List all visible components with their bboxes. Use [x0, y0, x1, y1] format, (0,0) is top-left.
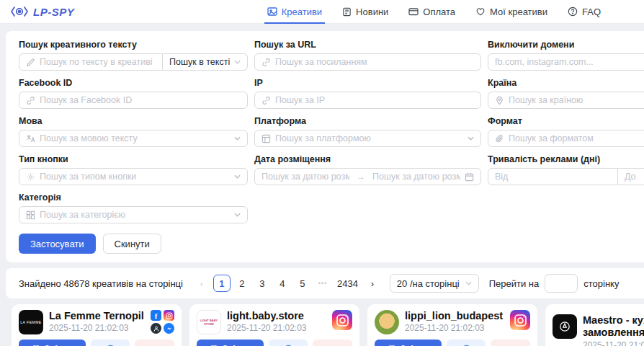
pagination-page-3[interactable]: 3 [254, 275, 271, 292]
pagination-prev[interactable]: ‹ [193, 275, 210, 292]
text-search-mode-select[interactable]: Пошук в тексті [163, 53, 248, 71]
format-input-box[interactable] [488, 130, 644, 147]
creative-text-input-box[interactable] [19, 53, 163, 71]
ip-input[interactable] [275, 95, 474, 105]
filter-language: Мова Пошук за мовою тексту [19, 116, 248, 147]
duration-to-box[interactable] [618, 168, 644, 185]
filter-country: Країна [488, 78, 644, 109]
exclude-domains-input-box[interactable] [488, 53, 644, 71]
heart-icon [475, 6, 486, 17]
creative-card[interactable]: lippi_lion_budapest 2025-11-20 21:02:03 … [367, 304, 537, 346]
platform-placeholder: Пошук за платформою [275, 133, 463, 143]
card-title: lippi_lion_budapest [405, 310, 504, 321]
days-active-button[interactable]: 0 days [375, 340, 442, 346]
apply-button[interactable]: Застосувати [19, 234, 96, 254]
page-size-select[interactable]: 20 /на сторінці [390, 274, 479, 293]
date-from-input[interactable] [261, 172, 349, 182]
card-date: 2025-11-20 21:02:03 [227, 323, 326, 333]
pagination-page-4[interactable]: 4 [274, 275, 291, 292]
calendar-icon [465, 172, 474, 182]
nav-creatives-label: Креативи [282, 6, 322, 17]
pagination-next[interactable]: › [364, 275, 381, 292]
jumper-input[interactable] [545, 274, 578, 293]
favorite-button[interactable] [491, 340, 530, 346]
filter-creative-text: Пошук креативного тексту Пошук в тексті [19, 40, 248, 71]
field-label: Пошук за URL [254, 40, 481, 50]
days-active-button[interactable]: 3 days [19, 340, 86, 346]
views-button[interactable] [447, 340, 486, 346]
ip-input-box[interactable] [254, 92, 481, 109]
platform-select[interactable]: Пошук за платформою [254, 130, 481, 147]
filters-panel: Пошук креативного тексту Пошук в тексті … [6, 31, 644, 262]
field-label: Мова [19, 116, 248, 126]
nav-payment[interactable]: Оплата [408, 0, 455, 24]
country-input-box[interactable] [488, 92, 644, 109]
pagination-page-last[interactable]: 2434 [334, 275, 361, 292]
logo[interactable]: LP-SPY [10, 6, 74, 18]
badge-icon [558, 320, 571, 333]
duration-from-input[interactable] [495, 172, 611, 182]
creatives-list: LA FEMME La Femme Ternopil 2025-11-20 21… [0, 304, 644, 346]
avatar: LIGHT BABY STORE [197, 310, 221, 334]
exclude-domains-input[interactable] [495, 57, 644, 67]
category-select[interactable]: Пошук за категорією [19, 206, 248, 223]
avatar: LA FEMME [19, 310, 43, 334]
creative-card[interactable]: LA FEMME La Femme Ternopil 2025-11-20 21… [12, 304, 182, 346]
pagination-page-5[interactable]: 5 [294, 275, 311, 292]
nav-faq[interactable]: FAQ [568, 0, 601, 24]
days-active-button[interactable]: 3 days [197, 340, 264, 346]
chevron-down-icon [468, 136, 474, 141]
language-select[interactable]: Пошук за мовою тексту [19, 130, 248, 147]
card-date: 2025-11-20 21:02:03 [405, 323, 504, 333]
duration-from-box[interactable] [488, 168, 618, 185]
favorite-button[interactable] [135, 340, 174, 346]
card-title: La Femme Ternopil [49, 310, 145, 321]
credit-card-icon [408, 6, 419, 17]
facebook-id-input[interactable] [40, 95, 241, 105]
chevron-down-icon [234, 213, 241, 217]
eye-logo-icon [10, 6, 29, 17]
card-date: 2025-11-20 21:02:03 [583, 340, 644, 346]
views-button[interactable] [269, 340, 308, 346]
button-type-select[interactable]: Пошук за типом кнопки [19, 168, 248, 185]
field-label: Пошук креативного тексту [19, 40, 248, 50]
pagination-page-2[interactable]: 2 [233, 275, 251, 292]
field-label: Facebook ID [19, 78, 248, 88]
date-range-picker[interactable]: → [254, 168, 481, 185]
topbar: LP-SPY Креативи Новини Оплата Мої креати… [0, 0, 644, 24]
country-input[interactable] [509, 95, 644, 105]
duration-to-input[interactable] [625, 172, 644, 182]
creative-card[interactable]: Maestro - кухні, мезамовлення в Ужго 202… [545, 304, 644, 346]
field-label: Платформа [254, 116, 481, 126]
pagination-ellipsis[interactable]: ••• [314, 275, 331, 292]
creative-card[interactable]: LIGHT BABY STORE light.baby.store 2025-1… [189, 304, 359, 346]
page: Пошук креативного тексту Пошук в тексті … [0, 31, 644, 346]
url-input-box[interactable] [254, 53, 481, 71]
instagram-icon [332, 310, 352, 330]
language-placeholder: Пошук за мовою тексту [40, 133, 230, 143]
nav-creatives[interactable]: Креативи [267, 0, 322, 24]
field-label: Дата розміщення [254, 154, 481, 164]
favorite-button[interactable] [313, 340, 352, 346]
card-title: light.baby.store [227, 310, 326, 321]
category-grid-icon [26, 210, 35, 220]
nav-payment-label: Оплата [423, 6, 455, 17]
logo-text: LP-SPY [33, 6, 74, 18]
paperclip-icon [495, 134, 504, 143]
nav-my-creatives[interactable]: Мої креативи [475, 0, 547, 24]
pagination-page-1[interactable]: 1 [213, 275, 231, 292]
filter-placement-date: Дата розміщення → [254, 154, 481, 185]
reset-button[interactable]: Скинути [103, 234, 161, 254]
format-input[interactable] [509, 133, 644, 143]
gear-icon [26, 172, 35, 182]
facebook-id-input-box[interactable] [19, 92, 248, 109]
text-search-mode-value: Пошук в тексті [169, 57, 230, 67]
location-pin-icon [495, 96, 504, 105]
views-button[interactable] [91, 340, 130, 346]
url-input[interactable] [275, 57, 474, 67]
creative-text-input[interactable] [40, 57, 156, 67]
date-to-input[interactable] [372, 172, 460, 182]
news-icon [342, 7, 352, 17]
nav-faq-label: FAQ [582, 6, 601, 17]
nav-news[interactable]: Новини [342, 0, 388, 24]
